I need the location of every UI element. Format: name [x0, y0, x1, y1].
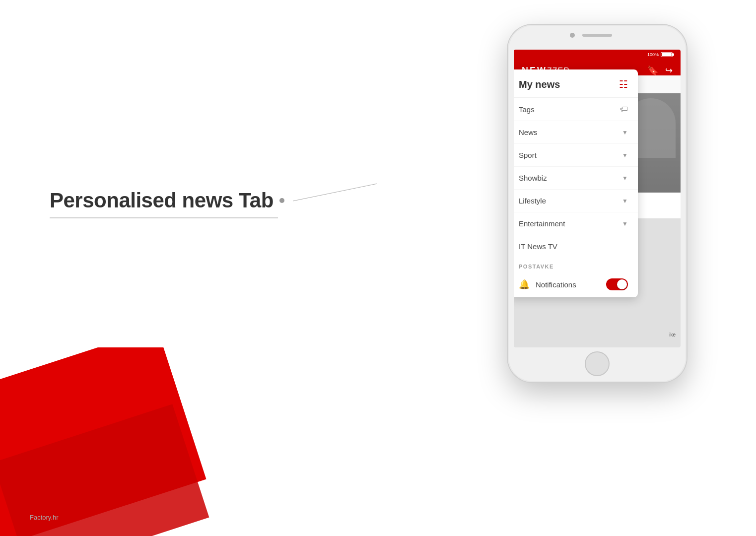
phone-speaker	[582, 34, 612, 37]
header-icons: 🔖 ↪	[647, 65, 673, 76]
notifications-row: 🔔 Notifications	[519, 274, 628, 294]
footer-credit: Factory.hr	[30, 514, 59, 521]
toggle-thumb	[617, 279, 627, 289]
tag-icon: 🏷	[620, 105, 628, 114]
article-text-bottom: ike	[669, 332, 676, 337]
menu-label-lifestyle: Lifestyle	[519, 197, 546, 205]
bell-icon: 🔔	[519, 279, 530, 290]
notifications-label: Notifications	[536, 280, 576, 289]
menu-item-lifestyle[interactable]: Lifestyle ▼	[514, 190, 638, 212]
main-title-area: Personalised news Tab	[50, 189, 284, 218]
menu-label-news: News	[519, 128, 538, 136]
menu-label-sport: Sport	[519, 151, 537, 159]
menu-label-entertainment: Entertainment	[519, 219, 565, 228]
chevron-down-icon-lifestyle: ▼	[622, 198, 628, 204]
chevron-down-icon-sport: ▼	[622, 152, 628, 159]
phone-screen: 100% NEWZZER 🔖 ↪ Lifestyle	[514, 50, 681, 347]
page-title: Personalised news Tab	[50, 189, 284, 212]
battery-percent: 100%	[647, 52, 659, 57]
share-icon[interactable]: ↪	[665, 65, 673, 76]
background-decoration	[0, 347, 238, 536]
phone-mockup: 100% NEWZZER 🔖 ↪ Lifestyle	[508, 25, 687, 382]
menu-label-tags: Tags	[519, 105, 535, 114]
menu-label-showbiz: Showbiz	[519, 174, 547, 182]
phone-home-button[interactable]	[585, 351, 610, 376]
chevron-down-icon-news: ▼	[622, 129, 628, 136]
settings-section: POSTAVKE 🔔 Notifications	[514, 258, 638, 297]
bookmark-icon[interactable]: 🔖	[647, 65, 658, 76]
menu-item-it-news-tv[interactable]: IT News TV	[514, 235, 638, 258]
panel-menu-icon[interactable]: ☷	[619, 78, 628, 90]
svg-line-0	[293, 184, 377, 201]
status-bar: 100%	[514, 50, 681, 60]
page-title-text: Personalised news Tab	[50, 189, 274, 212]
menu-label-it-news-tv: IT News TV	[519, 242, 557, 251]
menu-item-news[interactable]: News ▼	[514, 121, 638, 144]
notifications-left: 🔔 Notifications	[519, 279, 576, 290]
menu-item-tags[interactable]: Tags 🏷	[514, 98, 638, 121]
phone-body: 100% NEWZZER 🔖 ↪ Lifestyle	[508, 25, 687, 382]
panel-header: My news ☷	[514, 69, 638, 98]
battery-icon	[661, 52, 673, 57]
chevron-down-icon-entertainment: ▼	[622, 220, 628, 227]
notifications-toggle[interactable]	[606, 278, 628, 290]
phone-camera	[570, 33, 575, 38]
chevron-down-icon-showbiz: ▼	[622, 175, 628, 182]
title-underline	[50, 217, 278, 218]
menu-item-showbiz[interactable]: Showbiz ▼	[514, 167, 638, 190]
settings-section-label: POSTAVKE	[519, 264, 628, 269]
title-dot-decoration	[279, 198, 284, 203]
battery-fill	[662, 53, 672, 56]
menu-item-sport[interactable]: Sport ▼	[514, 144, 638, 167]
menu-item-entertainment[interactable]: Entertainment ▼	[514, 212, 638, 235]
panel-title: My news	[519, 79, 560, 90]
my-news-panel: My news ☷ Tags 🏷 News ▼ Sport ▼	[514, 69, 638, 297]
